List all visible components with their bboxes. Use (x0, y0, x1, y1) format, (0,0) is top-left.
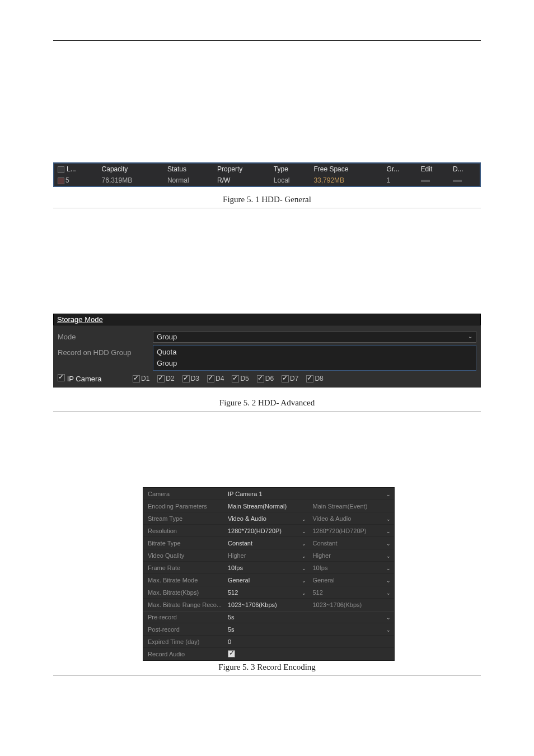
col-group: Gr... (383, 164, 418, 175)
col-capacity: Capacity (99, 164, 164, 175)
cell-property: R/W (214, 175, 270, 186)
enc-value-event[interactable]: Video & Audio⌄ (310, 514, 395, 523)
cell-edit[interactable] (418, 175, 449, 186)
figure-caption-3: Figure 5. 3 Record Encoding (53, 662, 481, 672)
enc-value-event[interactable]: 512⌄ (310, 588, 395, 597)
pre-record-value: 5s (228, 614, 235, 620)
mode-option-group[interactable]: Group (157, 358, 472, 369)
enc-row-label: Video Quality (143, 552, 224, 559)
post-record-value: 5s (228, 626, 235, 633)
chevron-down-icon: ⌄ (302, 553, 306, 559)
hdd-advanced-panel: Storage Mode Mode Group ⌄ Record on HDD … (53, 314, 481, 388)
enc-value-normal[interactable]: Video & Audio⌄ (224, 514, 310, 523)
expired-time-input[interactable]: 0 (224, 637, 394, 646)
record-audio-checkbox[interactable] (228, 650, 235, 657)
chevron-down-icon: ⌄ (302, 541, 306, 547)
camera-select[interactable]: IP Camera 1⌄ (224, 489, 394, 498)
enc-value-normal[interactable]: 512⌄ (224, 588, 310, 597)
storage-mode-title: Storage Mode (53, 314, 481, 325)
figure-caption-2: Figure 5. 2 HDD- Advanced (53, 398, 481, 408)
record-on-label: Record on HDD Group (58, 345, 153, 357)
row-checkbox[interactable] (58, 178, 64, 184)
col-type: Type (270, 164, 311, 175)
enc-value-event[interactable]: Constant⌄ (310, 539, 395, 548)
col-edit: Edit (418, 164, 449, 175)
ip-camera-label-text: IP Camera (67, 375, 102, 383)
enc-row: Max. Bitrate(Kbps)512⌄512⌄ (143, 586, 394, 599)
col-status: Status (164, 164, 214, 175)
camera-d4[interactable]: D4 (207, 375, 224, 382)
chevron-down-icon: ⌄ (468, 333, 472, 339)
divider (53, 411, 481, 412)
figure-caption-1: Figure 5. 1 HDD- General (53, 195, 481, 204)
enc-value-event[interactable]: Higher⌄ (310, 551, 395, 560)
enc-value-normal[interactable]: Higher⌄ (224, 551, 310, 560)
edit-icon (421, 180, 430, 182)
camera-d5[interactable]: D5 (232, 375, 249, 382)
enc-row-label: Bitrate Type (143, 540, 224, 547)
col-property: Property (214, 164, 270, 175)
camera-d7-label: D7 (290, 375, 298, 382)
cell-type: Local (270, 175, 311, 186)
cell-capacity: 76,319MB (99, 175, 164, 186)
enc-value-normal[interactable]: General⌄ (224, 576, 310, 585)
record-on-row: Record on HDD Group Quota Group (58, 345, 476, 371)
chevron-down-icon: ⌄ (386, 492, 391, 497)
hdd-general-table: L... Capacity Status Property Type Free … (53, 162, 481, 187)
mode-select-value: Group (157, 333, 177, 341)
mode-option-quota[interactable]: Quota (157, 347, 472, 358)
chevron-down-icon: ⌄ (386, 615, 391, 620)
post-record-select[interactable]: 5s⌄ (224, 625, 394, 634)
camera-d2[interactable]: D2 (157, 375, 174, 382)
enc-value-normal[interactable]: 10fps⌄ (224, 563, 310, 572)
page-top-rule (53, 40, 481, 41)
camera-d1-label: D1 (141, 375, 149, 382)
camera-d3[interactable]: D3 (182, 375, 199, 382)
hdd-general-row[interactable]: 5 76,319MB Normal R/W Local 33,792MB 1 (54, 175, 480, 186)
enc-row: Encoding ParametersMain Stream(Normal)Ma… (143, 500, 394, 512)
enc-value-event[interactable]: 1280*720(HD720P)⌄ (310, 526, 395, 535)
chevron-down-icon: ⌄ (386, 590, 391, 596)
chevron-down-icon: ⌄ (302, 566, 306, 571)
col-label: L... (54, 164, 99, 175)
chevron-down-icon: ⌄ (302, 529, 306, 534)
cell-free-space: 33,792MB (310, 175, 383, 186)
expired-time-value: 0 (228, 638, 231, 645)
cell-label: 5 (54, 175, 99, 186)
post-record-row: Post-record 5s⌄ (143, 623, 394, 636)
mode-dropdown-list[interactable]: Quota Group (153, 345, 476, 371)
expired-time-row: Expired Time (day) 0 (143, 636, 394, 648)
camera-d7[interactable]: D7 (282, 375, 298, 382)
enc-value-normal[interactable]: Constant⌄ (224, 539, 310, 548)
cell-status: Normal (164, 175, 214, 186)
cell-delete[interactable] (449, 175, 480, 186)
enc-row: Bitrate TypeConstant⌄Constant⌄ (143, 537, 394, 549)
camera-d4-label: D4 (216, 375, 224, 382)
enc-row-label: Encoding Parameters (143, 503, 224, 510)
camera-d8[interactable]: D8 (306, 375, 323, 382)
enc-row-label: Max. Bitrate Range Reco... (143, 601, 224, 608)
mode-row: Mode Group ⌄ (58, 331, 476, 343)
chevron-down-icon: ⌄ (386, 566, 391, 571)
select-all-checkbox[interactable] (58, 166, 64, 173)
col-free-space: Free Space (310, 164, 383, 175)
enc-row-label: Resolution (143, 528, 224, 534)
mode-select[interactable]: Group ⌄ (153, 331, 476, 343)
ip-camera-label: IP Camera (58, 374, 125, 383)
divider (53, 208, 481, 208)
camera-d6[interactable]: D6 (257, 375, 274, 382)
enc-value-normal[interactable]: 1280*720(HD720P)⌄ (224, 526, 310, 535)
enc-value-event[interactable]: General⌄ (310, 576, 395, 585)
ip-camera-master-checkbox[interactable] (58, 374, 65, 381)
enc-value-event[interactable]: 10fps⌄ (310, 563, 395, 572)
enc-value-event: 1023~1706(Kbps) (310, 600, 395, 609)
camera-select-value: IP Camera 1 (228, 491, 263, 497)
camera-d5-label: D5 (240, 375, 249, 382)
pre-record-select[interactable]: 5s⌄ (224, 613, 394, 622)
ip-camera-row: IP Camera D1 D2 D3 D4 D5 D6 D7 D8 (58, 374, 476, 383)
enc-value-normal: Main Stream(Normal) (224, 502, 310, 511)
camera-d8-label: D8 (315, 375, 323, 382)
camera-d1[interactable]: D1 (133, 375, 149, 382)
enc-row: Stream TypeVideo & Audio⌄Video & Audio⌄ (143, 512, 394, 525)
enc-row: Frame Rate10fps⌄10fps⌄ (143, 562, 394, 574)
